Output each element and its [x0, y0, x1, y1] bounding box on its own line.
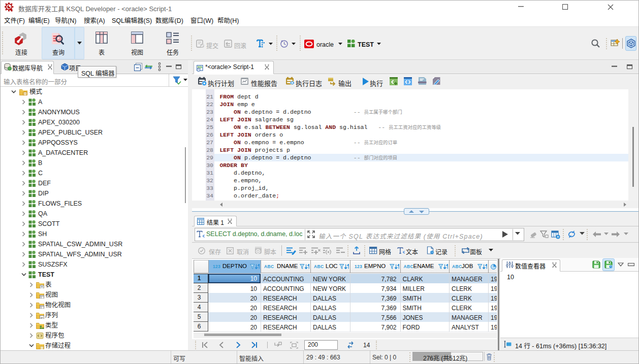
- svg-text:SQL: SQL: [198, 65, 203, 69]
